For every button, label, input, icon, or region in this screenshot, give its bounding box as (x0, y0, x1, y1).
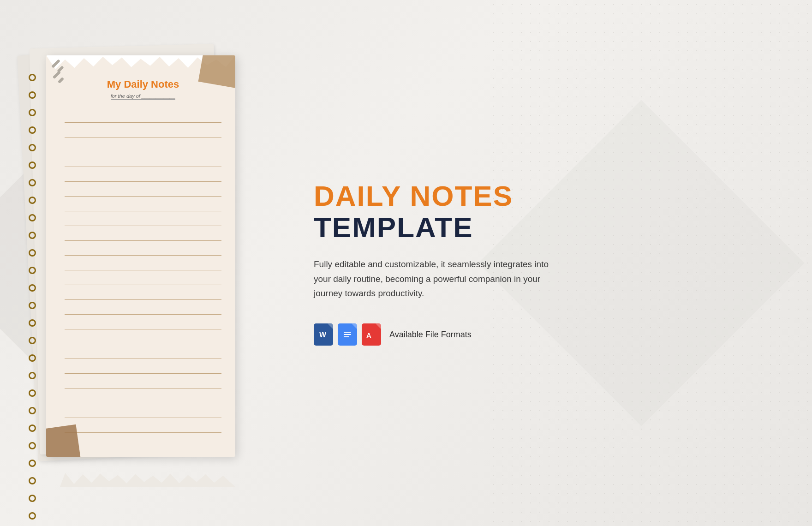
notebook-line (65, 167, 221, 182)
svg-rect-3 (344, 336, 349, 337)
tape-bottom-left (46, 424, 81, 457)
notebook-line (65, 241, 221, 256)
notebook-line (65, 270, 221, 285)
spiral-ring (29, 126, 36, 134)
notebook-line (65, 315, 221, 329)
notebook-subtitle-text: for the day of ____________ (111, 93, 176, 100)
spiral-ring (29, 495, 36, 502)
notebook-line (65, 182, 221, 197)
notebook-line (65, 108, 221, 123)
notebook-line (65, 152, 221, 167)
spiral-ring (29, 302, 36, 309)
spiral-ring (29, 477, 36, 484)
spiral-ring (29, 354, 36, 362)
hero-text-area: DAILY NOTES TEMPLATE Fully editable and … (268, 180, 766, 346)
notebook-main-page: My Daily Notes for the day of __________… (46, 55, 235, 457)
notebook-line (65, 197, 221, 211)
spiral-ring (29, 407, 36, 414)
svg-text:A: A (366, 331, 371, 339)
spiral-ring (29, 214, 36, 221)
spiral-ring (29, 337, 36, 344)
docs-icon (338, 323, 357, 346)
notebook-preview: My Daily Notes for the day of __________… (37, 37, 268, 489)
spiral-ring (29, 74, 36, 81)
hero-description: Fully editable and customizable, it seam… (314, 257, 554, 300)
notebook-line (65, 137, 221, 152)
notebook-subtitle: for the day of ____________ (65, 93, 221, 99)
spiral-ring (29, 319, 36, 327)
spiral-ring (29, 424, 36, 432)
spiral-ring (29, 267, 36, 274)
notebook-line (65, 123, 221, 137)
spiral-ring (29, 109, 36, 116)
spiral-ring (29, 442, 36, 449)
spiral-ring (29, 91, 36, 99)
spiral-ring (29, 512, 36, 520)
notebook-line (65, 359, 221, 374)
spiral-ring (29, 284, 36, 292)
notebook-line (65, 285, 221, 300)
spiral-ring (29, 389, 36, 397)
spiral-ring (29, 179, 36, 186)
svg-rect-1 (344, 332, 351, 333)
spiral-ring (29, 197, 36, 204)
hero-title-line1: DAILY NOTES (314, 180, 766, 212)
spiral-ring (29, 460, 36, 467)
file-formats-row: W A Available File Formats (314, 323, 766, 346)
notebook-line (65, 256, 221, 270)
spiral-ring (29, 372, 36, 379)
pdf-icon: A (362, 323, 381, 346)
spiral-ring (29, 249, 36, 257)
doodle-marks (48, 58, 85, 95)
svg-text:W: W (319, 331, 327, 339)
notebook-line (65, 211, 221, 226)
notebook-content: My Daily Notes for the day of __________… (46, 55, 235, 457)
hero-title-line2: TEMPLATE (314, 212, 766, 243)
notebook-line (65, 374, 221, 389)
torn-bottom-piece (60, 473, 235, 487)
notebook-line (65, 344, 221, 359)
spiral-ring (29, 144, 36, 151)
page-container: My Daily Notes for the day of __________… (0, 0, 812, 526)
spiral-ring (29, 161, 36, 169)
notebook-line (65, 389, 221, 403)
word-icon: W (314, 323, 333, 346)
notebook-line (65, 329, 221, 344)
file-formats-label: Available File Formats (389, 330, 472, 340)
svg-rect-2 (344, 334, 351, 335)
spiral-ring (29, 232, 36, 239)
notebook-line (65, 418, 221, 433)
notebook-line (65, 403, 221, 418)
notebook-line (65, 300, 221, 315)
notebook-line (65, 226, 221, 241)
spiral-binding (29, 74, 36, 526)
notebook-lines (65, 108, 221, 433)
